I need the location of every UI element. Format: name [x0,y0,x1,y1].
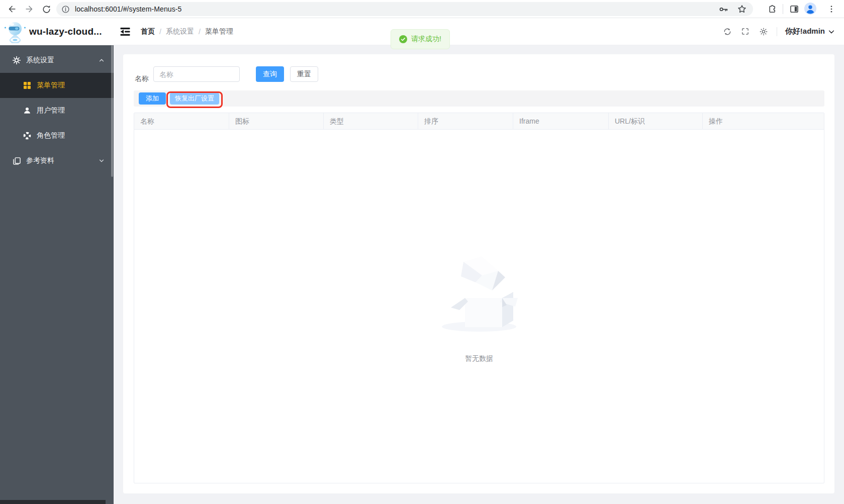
empty-box-illustration [439,251,519,333]
header-divider [777,27,777,36]
copy-document-icon [12,156,21,165]
bookmark-star-icon[interactable] [737,4,747,14]
screen: localhost:6001/#/system-Menus-5 [0,0,844,504]
wheel-icon [23,131,32,140]
sidebar-item-menu-management[interactable]: 菜单管理 [0,73,114,98]
app-header: 首页 / 系统设置 / 菜单管理 你好!admin [114,18,844,45]
breadcrumb: 首页 / 系统设置 / 菜单管理 [141,27,233,36]
browser-reload-icon[interactable] [40,3,52,15]
breadcrumb-current: 菜单管理 [205,27,233,36]
sidebar-item-role-management[interactable]: 角色管理 [0,123,114,148]
site-info-icon[interactable] [61,5,70,14]
column-header-type: 类型 [324,113,418,130]
table-body: 暂无数据 [134,130,824,483]
column-header-url: URL/标识 [609,113,703,130]
toolbar-divider [783,4,783,14]
empty-state: 暂无数据 [439,251,519,363]
browser-back-icon[interactable] [6,3,18,15]
refresh-icon[interactable] [722,27,732,37]
theme-sun-icon[interactable] [759,27,769,37]
app-logo-row: wu-lazy-cloud... [0,18,114,45]
sidebar-item-label: 参考资料 [26,156,54,165]
side-panel-icon[interactable] [788,3,800,15]
profile-avatar[interactable] [804,3,816,15]
column-header-icon: 图标 [229,113,324,130]
search-field-label: 名称 [135,71,149,86]
sidebar-item-label: 系统设置 [26,56,54,65]
breadcrumb-home[interactable]: 首页 [141,27,155,36]
app-logo [4,20,26,43]
url-text[interactable]: localhost:6001/#/system-Menus-5 [75,5,181,13]
empty-text: 暂无数据 [439,354,519,363]
sidebar-menu: 系统设置 菜单管理 用户管理 [0,45,114,504]
name-search-input[interactable] [153,66,240,82]
column-header-sort: 排序 [418,113,513,130]
sidebar-item-label: 角色管理 [37,131,65,140]
chevron-down-icon [99,158,105,164]
toast-message: 请求成功! [411,35,441,44]
browser-menu-icon[interactable] [825,3,837,15]
success-check-icon [399,35,407,43]
sidebar-item-label: 菜单管理 [37,81,65,90]
main-content: 名称 查询 重置 添加 恢复出厂设置 名称 图标 类型 排序 Iframe UR… [114,45,844,504]
user-menu[interactable]: 你好!admin [785,27,835,36]
table-header-row: 名称 图标 类型 排序 Iframe URL/标识 操作 [134,113,824,130]
breadcrumb-system-settings[interactable]: 系统设置 [166,27,194,36]
column-header-name: 名称 [134,113,229,130]
chevron-up-icon [99,57,105,63]
sidebar-bottom-bar [0,500,106,504]
add-button[interactable]: 添加 [139,92,166,105]
user-greeting: 你好!admin [785,27,825,36]
query-button[interactable]: 查询 [256,66,284,82]
breadcrumb-separator: / [199,28,201,36]
chevron-down-icon [828,28,835,35]
sidebar: wu-lazy-cloud... 系统设置 菜单管理 [0,18,114,504]
table-toolbar: 添加 恢复出厂设置 [134,90,824,107]
sidebar-item-reference-materials[interactable]: 参考资料 [0,148,114,173]
column-header-iframe: Iframe [513,113,609,130]
browser-toolbar: localhost:6001/#/system-Menus-5 [0,0,844,18]
menus-table: 名称 图标 类型 排序 Iframe URL/标识 操作 [134,113,824,483]
reset-button[interactable]: 重置 [290,66,318,82]
fullscreen-icon[interactable] [740,27,751,37]
sidebar-item-system-settings[interactable]: 系统设置 [0,48,114,73]
header-actions: 你好!admin [722,27,844,37]
column-header-actions: 操作 [703,113,824,130]
sidebar-item-user-management[interactable]: 用户管理 [0,98,114,123]
gear-icon [12,56,21,65]
sidebar-scrollbar-thumb[interactable] [111,45,113,177]
breadcrumb-separator: / [159,28,161,36]
password-key-icon[interactable] [718,4,729,15]
browser-forward-icon[interactable] [23,3,35,15]
success-toast: 请求成功! [391,29,450,49]
sidebar-item-label: 用户管理 [37,106,65,115]
menu-fold-icon[interactable] [119,25,132,38]
content-card: 名称 查询 重置 添加 恢复出厂设置 名称 图标 类型 排序 Iframe UR… [123,54,834,493]
extensions-icon[interactable] [766,3,778,15]
grid-icon [23,81,32,90]
address-bar[interactable]: localhost:6001/#/system-Menus-5 [56,2,753,16]
factory-reset-button[interactable]: 恢复出厂设置 [170,92,219,105]
user-icon [23,106,32,115]
app-title: wu-lazy-cloud... [29,26,102,37]
